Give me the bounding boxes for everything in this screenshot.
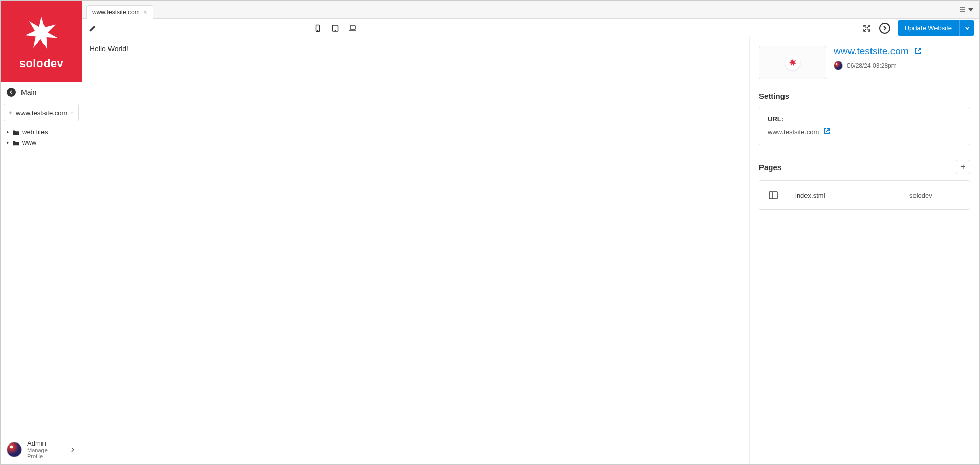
sidebar: solodev Main www.testsite.com web files <box>1 1 82 464</box>
page-row[interactable]: index.stml solodev <box>759 181 970 209</box>
author-avatar <box>834 61 843 70</box>
mini-logo-icon <box>785 55 800 70</box>
edit-button[interactable] <box>88 23 98 33</box>
main-area: www.testsite.com × <box>82 1 979 464</box>
tab-bar: www.testsite.com × <box>82 1 979 19</box>
tree-item-label: web files <box>22 128 48 136</box>
page-layout-icon <box>769 191 778 199</box>
settings-card: URL: www.testsite.com <box>759 107 970 145</box>
site-selector-label: www.testsite.com <box>16 109 67 117</box>
app-root: solodev Main www.testsite.com web files <box>0 0 980 465</box>
brand-logo[interactable]: solodev <box>1 1 82 82</box>
expand-icon <box>863 24 871 32</box>
svg-rect-6 <box>350 26 355 29</box>
profile-text: Admin Manage Profile <box>27 439 64 459</box>
svg-point-3 <box>317 30 318 31</box>
caret-right-icon <box>6 141 10 145</box>
pages-list: index.stml solodev <box>759 180 970 210</box>
chevron-right-icon <box>70 447 76 453</box>
solodev-starburst-icon <box>21 13 62 54</box>
hamburger-icon <box>959 6 966 13</box>
folder-icon <box>12 140 19 146</box>
toolbar: Update Website <box>82 19 979 37</box>
profile-link[interactable]: Admin Manage Profile <box>1 434 82 464</box>
viewport-desktop-button[interactable] <box>347 23 358 33</box>
url-value: www.testsite.com <box>768 128 819 136</box>
update-button-label: Update Website <box>898 24 959 32</box>
preview-pane: Hello World! <box>82 37 749 464</box>
tree-item-web-files[interactable]: web files <box>3 126 80 137</box>
add-page-button[interactable]: + <box>956 160 970 174</box>
chevron-down-icon <box>71 110 73 116</box>
mobile-icon <box>314 24 322 32</box>
modified-timestamp: 06/28/24 03:28pm <box>847 62 897 69</box>
tree-item-www[interactable]: www <box>3 137 80 148</box>
svg-point-5 <box>335 30 335 30</box>
workspace: Hello World! www.testsite.com <box>82 37 979 464</box>
tab-testsite[interactable]: www.testsite.com × <box>86 5 153 19</box>
pages-header: Pages + <box>759 160 970 174</box>
site-thumbnail <box>759 46 826 79</box>
viewport-tablet-button[interactable] <box>330 23 340 33</box>
details-panel: www.testsite.com 06/28/24 03:28pm Settin… <box>749 37 979 464</box>
fullscreen-button[interactable] <box>862 23 872 33</box>
avatar <box>7 442 22 457</box>
folder-icon <box>12 129 19 135</box>
settings-heading: Settings <box>759 92 970 100</box>
pencil-icon <box>89 24 97 32</box>
chevron-down-icon <box>965 26 970 31</box>
page-author: solodev <box>909 192 961 199</box>
external-link-icon <box>823 127 831 135</box>
profile-subtitle: Manage Profile <box>27 447 64 459</box>
tab-close-icon[interactable]: × <box>144 9 147 16</box>
pages-heading: Pages <box>759 163 781 172</box>
site-title[interactable]: www.testsite.com <box>834 46 909 57</box>
update-website-button[interactable]: Update Website <box>898 20 974 36</box>
site-selector[interactable]: www.testsite.com <box>4 104 79 121</box>
update-button-dropdown[interactable] <box>959 20 974 36</box>
sidebar-main-link[interactable]: Main <box>1 82 82 102</box>
chevron-right-icon <box>882 26 887 31</box>
svg-rect-7 <box>769 192 777 199</box>
file-tree: web files www <box>1 123 82 151</box>
back-circle-icon <box>7 88 16 97</box>
page-name: index.stml <box>795 192 909 199</box>
site-header: www.testsite.com 06/28/24 03:28pm <box>759 46 970 79</box>
url-external-link-button[interactable] <box>823 127 831 137</box>
viewport-mobile-button[interactable] <box>313 23 323 33</box>
caret-down-icon <box>967 6 974 13</box>
external-link-icon <box>914 47 922 55</box>
globe-icon <box>9 109 12 117</box>
url-label: URL: <box>768 115 962 123</box>
brand-name: solodev <box>19 57 64 70</box>
profile-name: Admin <box>27 439 64 447</box>
tab-label: www.testsite.com <box>92 9 140 16</box>
laptop-icon <box>349 24 357 32</box>
next-circle-button[interactable] <box>879 23 890 34</box>
tablet-icon <box>331 24 339 32</box>
preview-content: Hello World! <box>90 45 128 53</box>
tabbar-menu-button[interactable] <box>959 6 974 13</box>
caret-right-icon <box>6 130 10 134</box>
sidebar-main-label: Main <box>21 88 36 96</box>
tree-item-label: www <box>22 139 36 146</box>
external-link-button[interactable] <box>914 47 922 56</box>
